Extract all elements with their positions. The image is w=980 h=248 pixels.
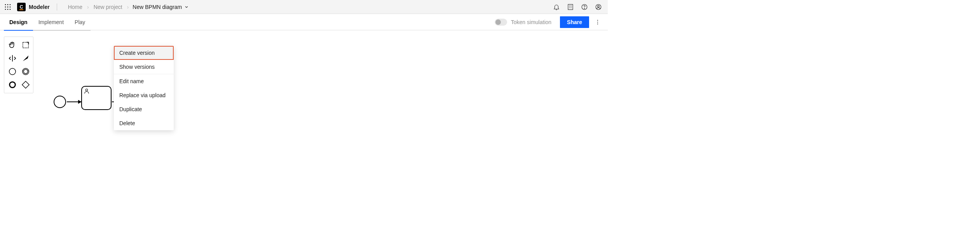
svg-point-6: [5, 9, 6, 10]
user-avatar-icon[interactable]: [591, 0, 605, 14]
svg-point-4: [7, 6, 9, 7]
header-divider: [57, 3, 57, 10]
more-menu-button[interactable]: [591, 16, 604, 28]
top-bar: C Modeler Home › New project › New BPMN …: [0, 0, 608, 14]
svg-point-8: [10, 9, 11, 10]
svg-point-23: [85, 89, 87, 91]
svg-point-13: [598, 5, 600, 7]
breadcrumb-sep: ›: [83, 4, 93, 10]
svg-point-5: [10, 6, 11, 7]
tab-implement[interactable]: Implement: [33, 14, 69, 30]
hand-tool[interactable]: [6, 38, 19, 52]
create-gateway[interactable]: [19, 78, 32, 91]
diagram-canvas[interactable]: Create version Show versions Edit name R…: [0, 30, 608, 154]
svg-point-18: [9, 68, 16, 75]
svg-point-14: [597, 20, 598, 21]
global-connect-tool[interactable]: [19, 52, 32, 65]
svg-point-0: [5, 4, 6, 5]
create-intermediate-event[interactable]: [19, 65, 32, 78]
create-end-event[interactable]: [6, 78, 19, 91]
share-button[interactable]: Share: [560, 16, 589, 28]
create-start-event[interactable]: [6, 65, 19, 78]
menu-edit-name[interactable]: Edit name: [114, 74, 174, 88]
token-simulation-label: Token simulation: [511, 19, 551, 25]
menu-show-versions[interactable]: Show versions: [114, 60, 174, 74]
editor-toolbar: Design Implement Play Token simulation S…: [0, 14, 608, 30]
bpmn-user-task[interactable]: [81, 86, 112, 110]
notifications-icon[interactable]: [549, 0, 563, 14]
svg-rect-22: [22, 81, 29, 88]
element-palette: [4, 37, 33, 93]
token-simulation-toggle[interactable]: [495, 19, 507, 26]
svg-point-7: [7, 9, 9, 10]
user-task-icon: [84, 88, 90, 94]
svg-rect-9: [568, 4, 573, 10]
bpmn-start-event[interactable]: [54, 96, 66, 108]
app-switcher-icon[interactable]: [2, 2, 13, 12]
breadcrumb-project[interactable]: New project: [93, 4, 123, 10]
breadcrumb-current[interactable]: New BPMN diagram: [133, 4, 189, 10]
space-tool[interactable]: [6, 52, 19, 65]
menu-duplicate[interactable]: Duplicate: [114, 102, 174, 116]
svg-point-3: [5, 6, 6, 7]
breadcrumb: Home › New project › New BPMN diagram: [67, 4, 189, 10]
camunda-logo: C: [17, 3, 26, 11]
svg-point-11: [584, 8, 584, 9]
breadcrumb-sep: ›: [123, 4, 133, 10]
lasso-tool[interactable]: [19, 38, 32, 52]
menu-replace-upload[interactable]: Replace via upload: [114, 88, 174, 102]
breadcrumb-home[interactable]: Home: [67, 4, 83, 10]
menu-delete[interactable]: Delete: [114, 116, 174, 130]
brand-label: Modeler: [29, 4, 50, 10]
help-icon[interactable]: [577, 0, 591, 14]
breadcrumb-current-label: New BPMN diagram: [133, 4, 182, 10]
organization-icon[interactable]: [563, 0, 577, 14]
svg-point-16: [597, 23, 598, 24]
chevron-down-icon: [184, 5, 189, 9]
tab-design[interactable]: Design: [4, 14, 33, 30]
svg-point-2: [10, 4, 11, 5]
svg-rect-17: [23, 42, 29, 48]
bpmn-sequence-flow[interactable]: [67, 101, 81, 102]
menu-create-version[interactable]: Create version: [114, 46, 174, 60]
svg-point-21: [10, 82, 16, 88]
svg-point-1: [7, 4, 9, 5]
svg-point-15: [597, 21, 598, 22]
svg-point-20: [24, 70, 28, 74]
diagram-context-menu: Create version Show versions Edit name R…: [114, 46, 174, 130]
tab-play[interactable]: Play: [69, 14, 91, 30]
